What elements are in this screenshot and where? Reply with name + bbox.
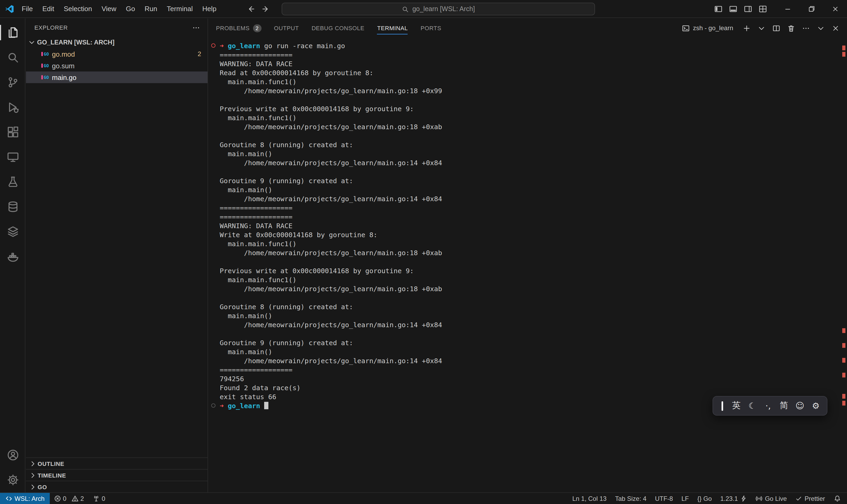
section-timeline[interactable]: TIMELINE	[26, 469, 208, 481]
panel-tab-terminal[interactable]: TERMINAL	[377, 19, 408, 38]
files-icon	[6, 26, 19, 39]
activity-layers[interactable]	[0, 219, 25, 244]
file-go-mod[interactable]: GOgo.mod2	[26, 48, 208, 60]
status-language-mode[interactable]: {} Go	[693, 493, 716, 504]
menu-file[interactable]: File	[17, 0, 38, 17]
database-icon	[6, 201, 19, 213]
chevron-down-icon[interactable]	[817, 24, 825, 32]
terminal-session-item[interactable]: zsh - go_learn	[682, 24, 733, 32]
status-tab-size[interactable]: Tab Size: 4	[611, 493, 651, 504]
terminal-line: main.main()	[209, 149, 842, 158]
status-encoding[interactable]: UTF-8	[651, 493, 677, 504]
status-bar-right: Ln 1, Col 13Tab Size: 4UTF-8LF{} Go1.23.…	[568, 493, 847, 504]
panel-tab-ports[interactable]: PORTS	[420, 19, 441, 38]
terminal-line: Goroutine 9 (running) created at:	[209, 338, 842, 347]
nav-forward-icon[interactable]	[262, 5, 270, 13]
activity-search[interactable]	[0, 45, 25, 70]
activity-accounts[interactable]	[0, 443, 25, 467]
prompt-decoration[interactable]	[211, 403, 215, 408]
status-remote-indicator[interactable]: WSL: Arch	[0, 493, 50, 504]
terminal-line: /home/meowrain/projects/go_learn/main.go…	[209, 158, 842, 167]
menu-help[interactable]: Help	[197, 0, 221, 17]
menu-go[interactable]: Go	[121, 0, 140, 17]
menu-view[interactable]: View	[97, 0, 121, 17]
terminal-line	[209, 131, 842, 140]
panel-tab-problems[interactable]: PROBLEMS2	[216, 19, 261, 38]
close-icon[interactable]	[832, 24, 840, 32]
minimize-button[interactable]	[776, 0, 799, 18]
menu-terminal[interactable]: Terminal	[162, 0, 197, 17]
status-go-version[interactable]: 1.23.1	[716, 493, 752, 504]
file-main-go[interactable]: GOmain.go	[26, 71, 208, 83]
overview-ruler-mark	[842, 358, 845, 363]
chevron-down-icon	[28, 39, 35, 46]
activity-settings[interactable]	[0, 467, 25, 492]
terminal-line: main.main()	[209, 347, 842, 356]
chevron-down-icon[interactable]	[758, 24, 765, 32]
terminal-line: main.main()	[209, 185, 842, 194]
terminal-line: ➜ go_learn go run -race main.go	[209, 41, 842, 50]
extensions-icon	[6, 126, 19, 138]
activity-explorer[interactable]	[0, 20, 25, 45]
panel-tab-output[interactable]: OUTPUT	[274, 19, 299, 38]
panel-right-icon[interactable]	[744, 5, 752, 13]
ime-emoji-icon[interactable]: ☺	[792, 397, 808, 415]
status-forwarded-ports[interactable]: 0	[88, 493, 109, 504]
close-button[interactable]	[823, 0, 847, 18]
layout-grid-icon[interactable]	[759, 5, 767, 13]
status-notifications[interactable]	[829, 493, 845, 504]
activity-docker[interactable]	[0, 244, 25, 269]
terminal-icon	[682, 24, 690, 32]
overview-ruler-mark	[842, 343, 845, 348]
ime-simplified-toggle-icon[interactable]: 简	[776, 397, 792, 415]
command-center-search[interactable]: go_learn [WSL: Arch]	[282, 3, 595, 15]
section-label: GO	[38, 484, 47, 490]
ime-language-toggle-icon[interactable]: 英	[728, 397, 744, 415]
activity-run-and-debug[interactable]	[0, 95, 25, 120]
ime-settings-icon[interactable]: ⚙	[808, 397, 824, 415]
file-problems-badge: 2	[198, 50, 201, 58]
debug-icon	[6, 101, 19, 113]
panel-tab-debug-console[interactable]: DEBUG CONSOLE	[311, 19, 364, 38]
activity-testing[interactable]	[0, 169, 25, 194]
terminal-line: WARNING: DATA RACE	[209, 221, 842, 230]
activity-extensions[interactable]	[0, 120, 25, 145]
status-prettier[interactable]: Prettier	[791, 493, 829, 504]
status-eol[interactable]: LF	[677, 493, 693, 504]
section-go[interactable]: GO	[26, 481, 208, 492]
file-go-sum[interactable]: GOgo.sum	[26, 60, 208, 71]
status-problems[interactable]: 02	[50, 493, 88, 504]
status-cursor-position[interactable]: Ln 1, Col 13	[568, 493, 611, 504]
ellipsis-icon[interactable]	[802, 24, 810, 32]
more-actions-icon[interactable]	[192, 23, 200, 32]
terminal-line: /home/meowrain/projects/go_learn/main.go…	[209, 122, 842, 131]
menu-edit[interactable]: Edit	[38, 0, 59, 17]
terminal-line	[209, 293, 842, 302]
terminal-line: /home/meowrain/projects/go_learn/main.go…	[209, 284, 842, 293]
terminal-line: WARNING: DATA RACE	[209, 59, 842, 68]
menu-selection[interactable]: Selection	[59, 0, 97, 17]
section-outline[interactable]: OUTLINE	[26, 457, 208, 469]
terminal-output[interactable]: ➜ go_learn go run -race main.go=========…	[209, 38, 842, 492]
ime-punctuation-toggle-icon[interactable]: ·,	[760, 397, 776, 415]
plus-icon[interactable]	[743, 24, 751, 32]
explorer-root-folder[interactable]: GO_LEARN [WSL: ARCH]	[26, 37, 208, 48]
activity-remote-explorer[interactable]	[0, 145, 25, 169]
split-icon[interactable]	[772, 24, 780, 32]
activity-source-control[interactable]	[0, 70, 25, 95]
command-failed-decoration[interactable]	[211, 43, 215, 48]
error-circle-icon	[54, 495, 61, 502]
trash-icon[interactable]	[787, 24, 795, 32]
nav-back-icon[interactable]	[247, 5, 255, 13]
menu-run[interactable]: Run	[140, 0, 162, 17]
search-value: go_learn [WSL: Arch]	[412, 5, 475, 13]
overview-ruler-mark	[842, 373, 845, 377]
activity-database[interactable]	[0, 194, 25, 219]
panel-left-icon[interactable]	[714, 5, 723, 13]
panel-bottom-icon[interactable]	[729, 5, 737, 13]
terminal-line: ==================	[209, 365, 842, 374]
ime-fullwidth-toggle-icon[interactable]: ☾	[744, 397, 760, 415]
status-go-live[interactable]: Go Live	[752, 493, 791, 504]
titlebar-right	[714, 0, 847, 18]
maximize-button[interactable]	[799, 0, 823, 18]
